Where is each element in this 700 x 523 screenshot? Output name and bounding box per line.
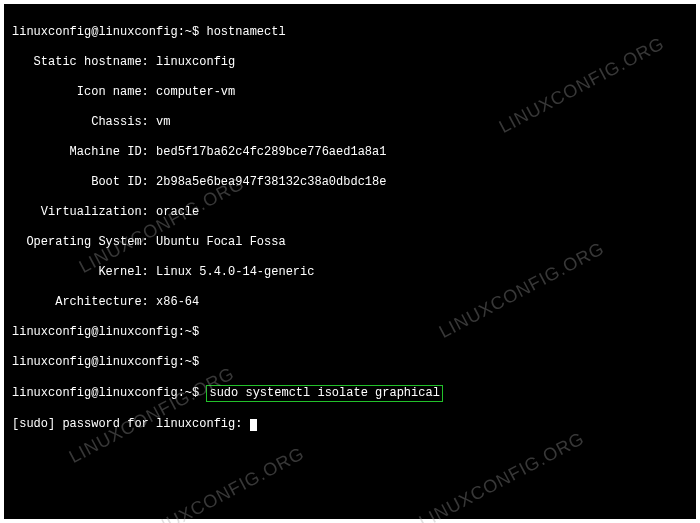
terminal-line: linuxconfig@linuxconfig:~$ sudo systemct… <box>12 385 688 402</box>
terminal-line: linuxconfig@linuxconfig:~$ hostnamectl <box>12 25 688 40</box>
sudo-prompt: [sudo] password for linuxconfig: <box>12 417 242 431</box>
highlighted-command: sudo systemctl isolate graphical <box>206 385 442 402</box>
shell-prompt: linuxconfig@linuxconfig:~$ <box>12 25 199 39</box>
terminal-line: Boot ID: 2b98a5e6bea947f38132c38a0dbdc18… <box>12 175 688 190</box>
terminal-line: Static hostname: linuxconfig <box>12 55 688 70</box>
terminal-line: Machine ID: bed5f17ba62c4fc289bce776aed1… <box>12 145 688 160</box>
shell-prompt: linuxconfig@linuxconfig:~$ <box>12 355 199 369</box>
shell-prompt: linuxconfig@linuxconfig:~$ <box>12 325 199 339</box>
command-text: hostnamectl <box>206 25 285 39</box>
terminal-line: Architecture: x86-64 <box>12 295 688 310</box>
terminal-line: [sudo] password for linuxconfig: <box>12 417 688 432</box>
terminal-line: Virtualization: oracle <box>12 205 688 220</box>
shell-prompt: linuxconfig@linuxconfig:~$ <box>12 386 199 400</box>
terminal-line: Icon name: computer-vm <box>12 85 688 100</box>
terminal-line: linuxconfig@linuxconfig:~$ <box>12 325 688 340</box>
cursor-icon <box>250 419 257 431</box>
terminal-line: Kernel: Linux 5.4.0-14-generic <box>12 265 688 280</box>
terminal-line: Operating System: Ubuntu Focal Fossa <box>12 235 688 250</box>
terminal-line: linuxconfig@linuxconfig:~$ <box>12 355 688 370</box>
terminal-line: Chassis: vm <box>12 115 688 130</box>
terminal-window[interactable]: linuxconfig@linuxconfig:~$ hostnamectl S… <box>4 4 696 519</box>
